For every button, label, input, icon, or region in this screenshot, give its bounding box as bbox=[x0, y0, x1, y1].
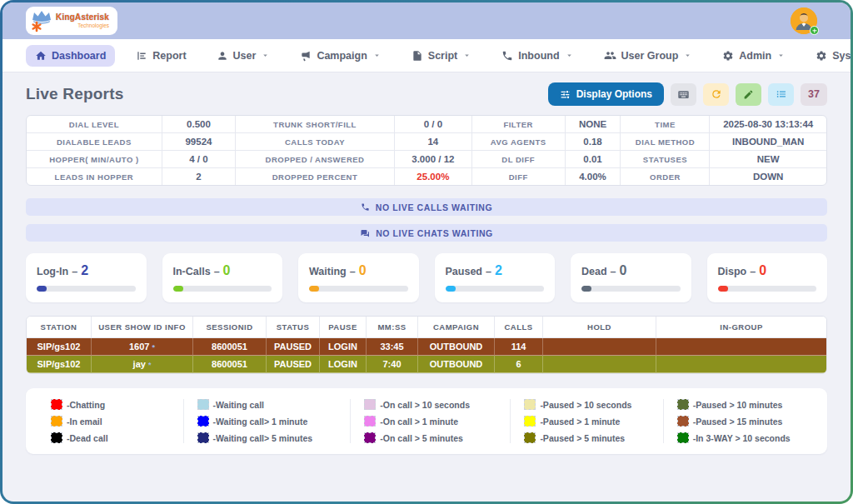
dial-stats-table: DIAL LEVEL 0.500 TRUNK SHORT/FILL 0 / 0 … bbox=[26, 115, 827, 186]
stat-label: TRUNK SHORT/FILL bbox=[236, 116, 395, 132]
nav-script[interactable]: Script bbox=[402, 45, 481, 67]
page-title: Live Reports bbox=[26, 85, 124, 103]
phone-icon bbox=[501, 50, 513, 62]
stat-label: DL DIFF bbox=[472, 151, 566, 167]
stat-value: 3.000 / 12 bbox=[395, 151, 472, 167]
stat-value: 4 / 0 bbox=[162, 151, 236, 167]
report-icon bbox=[136, 50, 147, 62]
dispo-count: 0 bbox=[759, 263, 766, 278]
agent-table: STATION USER SHOW ID INFO SESSIONID STAT… bbox=[26, 316, 827, 374]
nav-user-group[interactable]: User Group bbox=[595, 44, 702, 67]
chat-icon bbox=[360, 228, 370, 238]
legend-column: -Waiting call -Waiting call> 1 minute -W… bbox=[183, 399, 351, 443]
top-header: KingAsterisk Technologies bbox=[2, 2, 851, 39]
legend-column: -Paused > 10 minutes -Paused > 15 minute… bbox=[663, 399, 816, 443]
user-star-icon: * bbox=[148, 361, 152, 369]
brand-logo[interactable]: KingAsterisk Technologies bbox=[26, 7, 117, 35]
status-card-incalls[interactable]: In-Calls–0 bbox=[162, 253, 283, 302]
legend-swatch bbox=[524, 432, 536, 443]
stat-label: DIALABLE LEADS bbox=[27, 133, 162, 150]
main-nav: Dashboard Report User Campaign Script In… bbox=[2, 39, 851, 72]
status-card-dead[interactable]: Dead–0 bbox=[571, 253, 691, 302]
legend-swatch bbox=[364, 399, 376, 410]
legend-swatch bbox=[364, 432, 376, 443]
agent-row[interactable]: SIP/gs102 jay* 8600051 PAUSED LOGIN 7:40… bbox=[27, 356, 826, 373]
legend-swatch bbox=[51, 432, 62, 443]
legend-column: -Chatting -In email -Dead call bbox=[37, 399, 183, 443]
chevron-down-icon bbox=[565, 51, 574, 60]
display-options-button[interactable]: Display Options bbox=[548, 82, 664, 106]
legend-swatch bbox=[197, 432, 209, 443]
user-icon bbox=[217, 50, 228, 62]
nav-user[interactable]: User bbox=[207, 45, 280, 67]
status-card-waiting[interactable]: Waiting–0 bbox=[298, 253, 419, 302]
list-button[interactable] bbox=[768, 83, 794, 106]
gear-icon bbox=[816, 50, 827, 62]
toolbar: Display Options 37 bbox=[548, 82, 827, 106]
stat-value: NONE bbox=[566, 116, 621, 132]
login-progress bbox=[37, 286, 136, 292]
legend-swatch bbox=[677, 399, 689, 410]
home-icon bbox=[35, 50, 47, 62]
incalls-count: 0 bbox=[223, 263, 231, 278]
user-avatar[interactable] bbox=[791, 7, 817, 34]
dropped-percent-value: 25.00% bbox=[395, 168, 472, 185]
paused-progress bbox=[446, 286, 545, 292]
agent-table-header: STATION USER SHOW ID INFO SESSIONID STAT… bbox=[27, 317, 826, 338]
stat-label: FILTER bbox=[472, 116, 566, 132]
no-live-chats-banner: NO LIVE CHATS WAITING bbox=[26, 224, 827, 242]
nav-inbound[interactable]: Inbound bbox=[492, 45, 582, 67]
agent-row[interactable]: SIP/gs102 1607* 8600051 PAUSED LOGIN 33:… bbox=[27, 338, 826, 356]
stat-label: DIFF bbox=[472, 168, 566, 185]
nav-system[interactable]: System bbox=[806, 45, 851, 67]
nav-dashboard[interactable]: Dashboard bbox=[26, 45, 115, 67]
legend-swatch bbox=[197, 399, 209, 410]
legend-swatch bbox=[51, 399, 62, 410]
stat-label: DIAL LEVEL bbox=[27, 116, 162, 132]
stat-label: TIME bbox=[621, 116, 710, 132]
nav-report[interactable]: Report bbox=[127, 45, 195, 67]
legend-swatch bbox=[524, 416, 536, 427]
pencil-icon bbox=[743, 89, 754, 100]
chevron-down-icon bbox=[776, 51, 786, 60]
list-icon bbox=[776, 88, 787, 100]
stat-label: DROPPED PERCENT bbox=[236, 168, 395, 185]
nav-campaign[interactable]: Campaign bbox=[291, 45, 390, 67]
user-star-icon: * bbox=[152, 343, 155, 352]
stat-value: 0.18 bbox=[566, 133, 621, 150]
edit-button[interactable] bbox=[736, 83, 761, 106]
status-card-paused[interactable]: Paused–2 bbox=[435, 253, 556, 302]
no-live-calls-banner: NO LIVE CALLS WAITING bbox=[26, 198, 827, 216]
nav-admin[interactable]: Admin bbox=[713, 45, 795, 67]
status-color-legend: -Chatting -In email -Dead call -Waiting … bbox=[26, 388, 827, 454]
legend-swatch bbox=[51, 416, 62, 427]
stat-label: HOPPER( MIN/AUTO ) bbox=[27, 151, 162, 167]
stats-row: DIALABLE LEADS 99524 CALLS TODAY 14 AVG … bbox=[27, 133, 826, 151]
stat-value: 0 / 0 bbox=[395, 116, 472, 132]
stat-value: 2 bbox=[162, 168, 236, 185]
stat-label: CALLS TODAY bbox=[236, 133, 395, 150]
count-badge[interactable]: 37 bbox=[801, 83, 827, 106]
keyboard-button[interactable] bbox=[671, 83, 696, 106]
waiting-count: 0 bbox=[359, 263, 367, 278]
refresh-button[interactable] bbox=[703, 83, 729, 106]
stat-value: 99524 bbox=[162, 133, 236, 150]
stat-label: ORDER bbox=[621, 168, 710, 185]
legend-swatch bbox=[677, 432, 689, 443]
legend-swatch bbox=[197, 416, 209, 427]
login-count: 2 bbox=[81, 263, 88, 278]
dispo-progress bbox=[718, 286, 817, 292]
stat-value: INBOUND_MAN bbox=[710, 133, 826, 150]
status-card-login[interactable]: Log-In–2 bbox=[26, 253, 147, 302]
brand-name: KingAsterisk bbox=[56, 13, 109, 22]
dead-progress bbox=[581, 286, 681, 292]
status-card-dispo[interactable]: Dispo–0 bbox=[707, 253, 828, 302]
chevron-down-icon bbox=[261, 51, 270, 60]
chevron-down-icon bbox=[683, 51, 692, 60]
stat-value: 0.500 bbox=[162, 116, 236, 132]
stat-label: DROPPED / ANSWERED bbox=[236, 151, 395, 167]
display-options-icon bbox=[560, 89, 571, 100]
incalls-progress bbox=[173, 286, 272, 292]
main-content: Live Reports Display Options 3 bbox=[2, 72, 851, 502]
legend-column: -On call > 10 seconds -On call > 1 minut… bbox=[350, 399, 510, 443]
